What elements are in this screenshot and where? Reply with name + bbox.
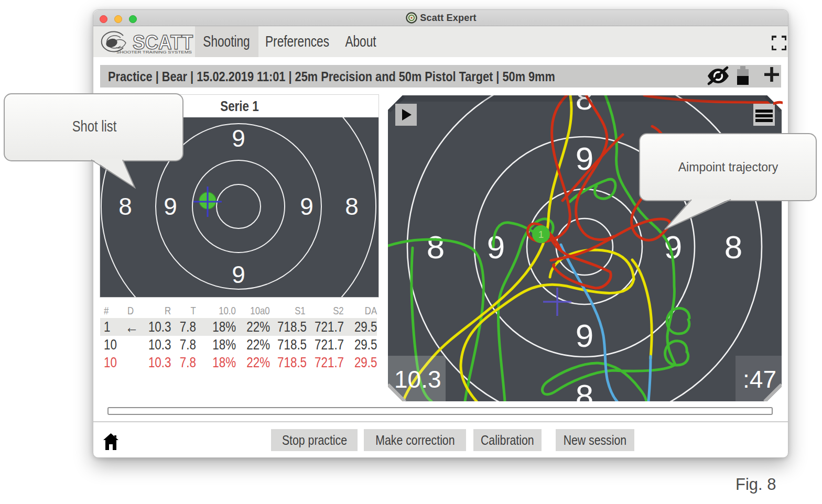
svg-text:8: 8 bbox=[345, 193, 359, 220]
svg-text:8: 8 bbox=[576, 378, 593, 401]
svg-text:9: 9 bbox=[576, 140, 593, 177]
svg-text:8: 8 bbox=[724, 229, 742, 265]
svg-text:1: 1 bbox=[538, 229, 544, 240]
svg-text:9: 9 bbox=[232, 125, 245, 152]
svg-text:SHOOTER TRAINING SYSTEMS: SHOOTER TRAINING SYSTEMS bbox=[116, 50, 192, 54]
svg-text:9: 9 bbox=[164, 193, 177, 220]
svg-text:8: 8 bbox=[118, 193, 132, 220]
svg-text:9: 9 bbox=[300, 193, 313, 220]
svg-text:9: 9 bbox=[576, 317, 593, 354]
svg-text:Aimpoint trajectory: Aimpoint trajectory bbox=[678, 160, 778, 174]
svg-text:9: 9 bbox=[232, 261, 245, 288]
svg-text:8: 8 bbox=[427, 229, 445, 265]
svg-text:Shot list: Shot list bbox=[72, 118, 117, 135]
